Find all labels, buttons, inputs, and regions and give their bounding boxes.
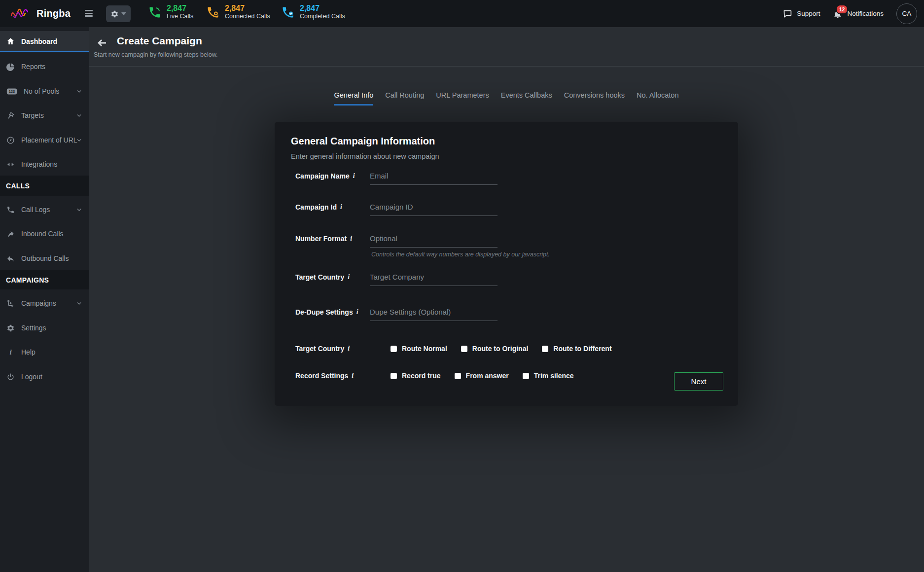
sidebar-item-settings[interactable]: Settings <box>0 321 89 335</box>
numbers-123-icon: 123 <box>6 88 17 95</box>
sidebar-item-logout[interactable]: Logout <box>0 369 89 384</box>
sidebar-item-campaigns[interactable]: Campaigns <box>0 296 89 311</box>
checkbox-icon[interactable] <box>542 346 548 352</box>
chevron-down-icon <box>76 112 82 119</box>
stat-label: Connected Calls <box>225 13 270 20</box>
settings-dropdown-button[interactable] <box>106 5 131 22</box>
form-row-record-checkboxes: Record Settingsi Record true From answer… <box>295 368 719 383</box>
notifications-label: Notifications <box>847 10 884 17</box>
form-row-campaign-id: Campaign Idi <box>295 198 719 216</box>
info-icon[interactable]: i <box>348 345 350 353</box>
next-button[interactable]: Next <box>674 372 723 391</box>
sidebar-section-campaigns: CAMPAIGNS <box>0 270 89 289</box>
sidebar-item-targets[interactable]: Targets <box>0 108 89 123</box>
tab-events-callbacks[interactable]: Events Callbaks <box>501 91 552 106</box>
sidebar-item-dashboard[interactable]: Dashboard <box>0 31 89 52</box>
sidebar-item-inbound-calls[interactable]: Inbound Calls <box>0 226 89 241</box>
info-icon[interactable]: i <box>352 372 354 380</box>
checkbox-route-normal[interactable]: Route Normal <box>391 345 447 353</box>
stat-value: 2,847 <box>225 4 270 13</box>
card-subtitle: Enter general information about new camp… <box>291 152 439 160</box>
campaign-name-input[interactable] <box>370 167 498 185</box>
checkbox-icon[interactable] <box>455 373 461 379</box>
notifications-button[interactable]: 12 Notifications <box>833 9 884 19</box>
stat-value: 2,847 <box>167 4 193 13</box>
checkbox-label: Trim silence <box>534 372 574 380</box>
power-icon <box>6 373 15 381</box>
sidebar-item-outbound-calls[interactable]: Outbound Calls <box>0 251 89 266</box>
stat-live-calls: 2,847Live Calls <box>148 4 193 20</box>
caret-down-icon <box>121 12 126 15</box>
tab-general-info[interactable]: General Info <box>334 91 373 106</box>
form-row-routing-checkboxes: Target Countryi Route Normal Route to Or… <box>295 341 719 356</box>
sidebar-item-label: Inbound Calls <box>21 230 64 238</box>
info-icon[interactable]: i <box>350 235 352 243</box>
phone-connected-icon <box>206 5 220 19</box>
checkbox-route-to-different[interactable]: Route to Different <box>542 345 611 353</box>
sidebar-item-no-of-pools[interactable]: 123 No of Pools <box>0 84 89 99</box>
field-label: Campaign Id <box>295 203 337 211</box>
phone-live-icon <box>148 5 162 19</box>
checkbox-icon[interactable] <box>523 373 529 379</box>
checkbox-icon[interactable] <box>461 346 467 352</box>
checkbox-route-to-original[interactable]: Route to Original <box>461 345 529 353</box>
field-label: Target Country <box>295 345 344 353</box>
checkbox-trim-silence[interactable]: Trim silence <box>523 372 574 380</box>
share-arrow-icon <box>6 230 15 238</box>
avatar[interactable]: CA <box>896 3 917 24</box>
checkbox-icon[interactable] <box>391 346 397 352</box>
sidebar-item-integrations[interactable]: Integrations <box>0 157 89 172</box>
campaign-id-input[interactable] <box>370 198 498 216</box>
campaign-form-card: General Campaign Information Enter gener… <box>275 122 738 406</box>
pin-icon <box>6 111 15 120</box>
sidebar-item-label: Campaigns <box>21 299 56 307</box>
main-content: Create Campaign Start new campagin by fo… <box>89 27 924 572</box>
checkbox-label: Record true <box>402 372 441 380</box>
hamburger-icon[interactable] <box>85 10 93 18</box>
dedupe-settings-input[interactable] <box>370 303 498 321</box>
sidebar-item-help[interactable]: i Help <box>0 345 89 359</box>
sidebar-item-label: Outbound Calls <box>21 254 69 262</box>
info-icon[interactable]: i <box>356 308 358 316</box>
sidebar: Dashboard Reports 123 No of Pools Target… <box>0 27 89 572</box>
form-row-campaign-name: Campaign Namei <box>295 167 719 185</box>
chat-icon <box>782 9 792 19</box>
stat-completed-calls: 2,847Completed Calls <box>281 4 345 20</box>
tab-bar: General Info Call Routing URL Parameters… <box>89 91 924 106</box>
topbar: Ringba 2,847Live Calls 2,847Connected Ca… <box>0 0 924 27</box>
checkbox-label: Route Normal <box>402 345 447 353</box>
checkbox-record-true[interactable]: Record true <box>391 372 441 380</box>
sidebar-item-label: Integrations <box>21 160 57 168</box>
tab-no-allocation[interactable]: No. Allocaton <box>637 91 678 106</box>
tab-conversions-hooks[interactable]: Conversions hooks <box>564 91 625 106</box>
tab-call-routing[interactable]: Call Routing <box>385 91 424 106</box>
number-format-input[interactable] <box>370 230 498 248</box>
sidebar-item-placement-of-url[interactable]: Placement of URL <box>0 133 89 147</box>
sidebar-item-label: Placement of URL <box>21 136 77 144</box>
notifications-badge: 12 <box>836 4 849 14</box>
sidebar-item-label: Help <box>21 348 36 356</box>
page-subtitle: Start new campagin by following steps be… <box>94 51 218 58</box>
checkbox-label: From answer <box>466 372 509 380</box>
tab-url-parameters[interactable]: URL Parameters <box>436 91 489 106</box>
field-label: De-Dupe Settings <box>295 308 353 316</box>
info-icon[interactable]: i <box>348 273 350 281</box>
chevron-down-icon <box>76 137 82 143</box>
chevron-down-icon <box>76 207 82 213</box>
code-arrows-icon <box>6 160 15 169</box>
info-icon[interactable]: i <box>340 203 342 211</box>
target-country-input[interactable] <box>370 268 498 286</box>
support-button[interactable]: Support <box>782 9 820 19</box>
checkbox-label: Route to Original <box>472 345 529 353</box>
back-arrow-icon[interactable] <box>96 37 108 49</box>
checkbox-icon[interactable] <box>391 373 397 379</box>
stat-value: 2,847 <box>300 4 345 13</box>
form-row-dedupe-settings: De-Dupe Settingsi <box>295 303 719 321</box>
page-title: Create Campaign <box>117 35 202 47</box>
sidebar-item-label: Dashboard <box>21 37 57 45</box>
brand[interactable]: Ringba <box>10 0 71 27</box>
sidebar-item-call-logs[interactable]: Call Logs <box>0 202 89 217</box>
sidebar-item-reports[interactable]: Reports <box>0 59 89 74</box>
info-icon[interactable]: i <box>353 172 355 180</box>
checkbox-from-answer[interactable]: From answer <box>455 372 509 380</box>
